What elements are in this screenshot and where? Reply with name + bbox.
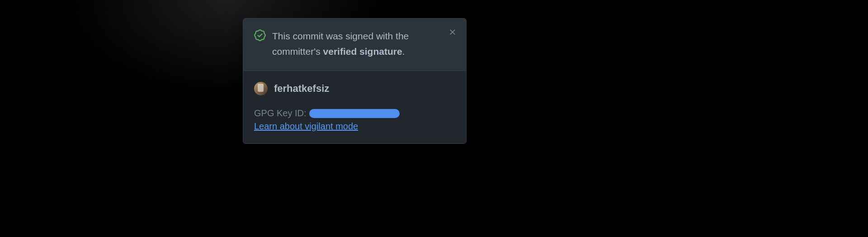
user-row: ferhatkefsiz [254, 82, 455, 95]
commit-signature-popup: This commit was signed with the committe… [243, 18, 467, 144]
popup-header: This commit was signed with the committe… [243, 19, 466, 71]
gpg-key-value-redacted [309, 109, 400, 118]
verified-icon [254, 29, 266, 41]
vigilant-mode-link[interactable]: Learn about vigilant mode [254, 121, 358, 131]
close-button[interactable] [448, 28, 457, 37]
avatar[interactable] [254, 82, 268, 95]
gpg-key-row: GPG Key ID: [254, 108, 455, 118]
signature-message: This commit was signed with the committe… [272, 28, 455, 59]
popup-body: ferhatkefsiz GPG Key ID: Learn about vig… [243, 71, 466, 143]
username[interactable]: ferhatkefsiz [274, 83, 329, 95]
close-icon [448, 28, 457, 37]
signature-message-text-2: . [402, 46, 405, 57]
signature-message-bold: verified signature [323, 46, 402, 57]
gpg-key-label: GPG Key ID: [254, 108, 307, 118]
